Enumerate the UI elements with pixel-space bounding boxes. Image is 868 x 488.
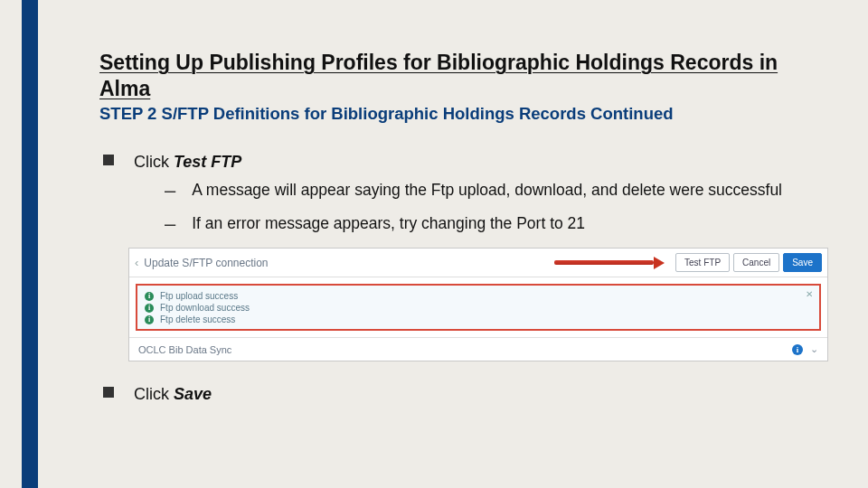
dash-bullet-icon: – xyxy=(165,214,175,235)
bullet-click-test-ftp: Click Test FTP xyxy=(99,151,832,173)
square-bullet-icon xyxy=(103,387,114,398)
panel-header: ‹ Update S/FTP connection Test FTP Cance… xyxy=(129,249,827,277)
slide-subtitle: STEP 2 S/FTP Definitions for Bibliograph… xyxy=(99,104,832,124)
info-icon: i xyxy=(145,315,154,324)
bullet-click-save: Click Save xyxy=(99,383,832,405)
footer-label: OCLC Bib Data Sync xyxy=(138,344,231,355)
message-text: Ftp download success xyxy=(160,303,250,313)
text-bold: Test FTP xyxy=(174,153,241,171)
message-text: Ftp upload success xyxy=(160,291,238,301)
subbullet-success-message: – A message will appear saying the Ftp u… xyxy=(165,180,832,202)
message-text: Ftp delete success xyxy=(160,314,235,324)
text-fragment: Click xyxy=(134,385,174,403)
bullet-text: Click Test FTP xyxy=(134,151,241,173)
text-bold: Save xyxy=(174,385,212,403)
info-icon: i xyxy=(145,292,154,301)
panel-title: Update S/FTP connection xyxy=(144,257,268,269)
chevron-down-icon[interactable]: ⌄ xyxy=(810,343,818,355)
back-chevron-icon[interactable]: ‹ xyxy=(135,256,138,269)
square-bullet-icon xyxy=(103,155,114,165)
test-ftp-button[interactable]: Test FTP xyxy=(675,253,730,272)
panel-footer: OCLC Bib Data Sync i ⌄ xyxy=(129,337,827,361)
subbullet-error-port: – If an error message appears, try chang… xyxy=(165,213,832,235)
close-icon[interactable]: ✕ xyxy=(806,289,813,299)
save-button[interactable]: Save xyxy=(783,253,822,272)
message-box: ✕ i Ftp upload success i Ftp download su… xyxy=(136,284,821,331)
red-arrow-icon xyxy=(554,257,665,269)
accent-bar xyxy=(22,0,38,488)
subbullet-text: If an error message appears, try changin… xyxy=(192,213,585,235)
text-fragment: Click xyxy=(134,153,174,171)
slide-content: Setting Up Publishing Profiles for Bibli… xyxy=(99,50,832,412)
dash-bullet-icon: – xyxy=(165,181,175,202)
info-icon[interactable]: i xyxy=(792,344,803,355)
cancel-button[interactable]: Cancel xyxy=(733,253,779,272)
info-icon: i xyxy=(145,304,154,313)
message-row: i Ftp upload success xyxy=(145,290,812,302)
message-row: i Ftp download success xyxy=(145,302,812,314)
message-row: i Ftp delete success xyxy=(145,314,812,325)
slide-title: Setting Up Publishing Profiles for Bibli… xyxy=(99,50,832,102)
subbullet-text: A message will appear saying the Ftp upl… xyxy=(192,180,782,202)
bullet-text: Click Save xyxy=(134,383,212,405)
screenshot-panel: ‹ Update S/FTP connection Test FTP Cance… xyxy=(128,248,828,361)
